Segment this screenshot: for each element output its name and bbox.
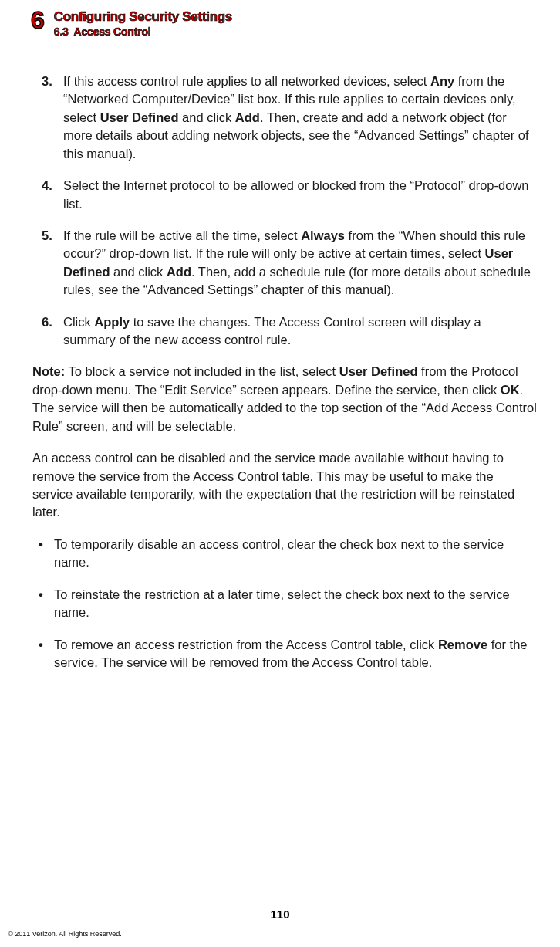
- chapter-number: 6: [31, 8, 45, 32]
- section-name: Access Control: [74, 25, 151, 38]
- header-titles: Configuring Security Settings 6.3 Access…: [54, 8, 232, 38]
- bullet-1: • To temporarily disable an access contr…: [32, 536, 537, 572]
- chapter-title: Configuring Security Settings: [54, 9, 232, 25]
- page-content: 3. If this access control rule applies t…: [23, 73, 537, 671]
- bullet-2: • To reinstate the restriction at a late…: [32, 586, 537, 622]
- step-text: If this access control rule applies to a…: [63, 73, 537, 163]
- bullet-text: To temporarily disable an access control…: [54, 536, 537, 572]
- copyright: © 2011 Verizon. All Rights Reserved.: [8, 930, 122, 938]
- step-3: 3. If this access control rule applies t…: [32, 73, 537, 163]
- bullet-icon: •: [39, 636, 54, 672]
- step-number: 4.: [42, 177, 63, 213]
- step-number: 6.: [42, 313, 63, 350]
- step-text: Click Apply to save the changes. The Acc…: [63, 313, 537, 350]
- bullet-text: To reinstate the restriction at a later …: [54, 586, 537, 622]
- step-number: 5.: [42, 227, 63, 299]
- bullet-icon: •: [39, 586, 54, 622]
- note-label: Note:: [32, 364, 65, 378]
- section-number: 6.3: [54, 25, 69, 38]
- bullet-text: To remove an access restriction from the…: [54, 636, 537, 672]
- page-number: 110: [0, 908, 560, 921]
- bullet-icon: •: [39, 536, 54, 572]
- section-title: 6.3 Access Control: [54, 25, 232, 38]
- step-4: 4. Select the Internet protocol to be al…: [32, 177, 537, 213]
- step-5: 5. If the rule will be active all the ti…: [32, 227, 537, 299]
- step-6: 6. Click Apply to save the changes. The …: [32, 313, 537, 350]
- page-header: 6 Configuring Security Settings 6.3 Acce…: [23, 8, 537, 38]
- note-paragraph: Note: To block a service not included in…: [32, 363, 537, 435]
- step-number: 3.: [42, 73, 63, 163]
- step-text: If the rule will be active all the time,…: [63, 227, 537, 299]
- disable-paragraph: An access control can be disabled and th…: [32, 449, 537, 522]
- step-text: Select the Internet protocol to be allow…: [63, 177, 537, 213]
- bullet-3: • To remove an access restriction from t…: [32, 636, 537, 672]
